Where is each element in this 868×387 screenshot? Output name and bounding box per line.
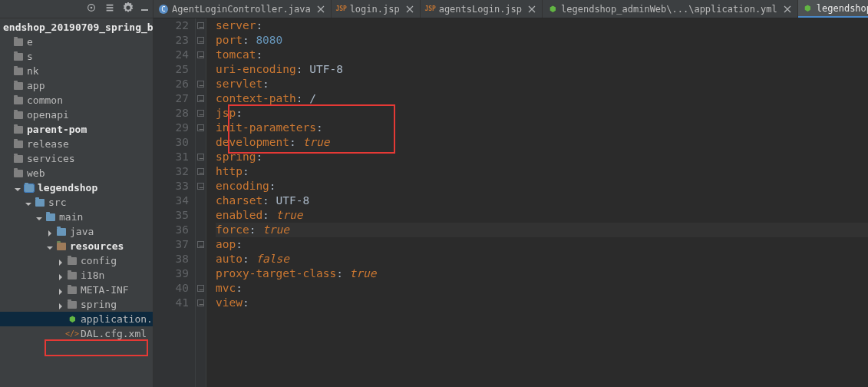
chevron-right-icon[interactable] [57, 301, 64, 309]
fold-marker[interactable] [197, 241, 204, 248]
folder-icon [13, 66, 24, 77]
tree-root[interactable]: endshop_20190709_spring_boot [0, 20, 153, 35]
code-line[interactable]: spring: [216, 150, 868, 164]
chevron-right-icon[interactable] [46, 228, 54, 236]
fold-marker[interactable] [197, 183, 204, 190]
tree-item-label: main [59, 211, 83, 223]
tree-item-parent-pom[interactable]: parent-pom [0, 122, 153, 137]
tree-item-label: web [27, 167, 45, 179]
code-line[interactable]: encoding: [216, 179, 868, 194]
code-line[interactable]: init-parameters: [216, 121, 868, 135]
fold-marker[interactable] [197, 124, 204, 131]
tree-item-e[interactable]: e [0, 35, 153, 49]
chevron-right-icon[interactable] [57, 272, 64, 280]
fold-marker[interactable] [197, 51, 204, 58]
tree-item-common[interactable]: common [0, 93, 153, 108]
tree-item-label: application.yml [81, 313, 153, 325]
tree-item-config[interactable]: config [0, 253, 153, 268]
tree-item-release[interactable]: release [0, 137, 153, 151]
code-line[interactable]: jsp: [216, 106, 868, 121]
code-line[interactable]: http: [216, 164, 868, 179]
line-number: 40 [153, 281, 189, 296]
project-sidebar: — endshop_20190709_spring_bootesnkappcom… [0, 0, 153, 387]
fold-column[interactable] [196, 18, 206, 387]
tree-item-web[interactable]: web [0, 166, 153, 180]
fold-marker[interactable] [197, 95, 204, 102]
folder-icon [13, 51, 24, 62]
code-content[interactable]: server: port: 8080 tomcat: uri-encoding:… [206, 18, 868, 387]
tree-item-legendshop[interactable]: legendshop [0, 180, 153, 195]
close-icon[interactable] [317, 5, 325, 13]
tree-item-resources[interactable]: resources [0, 239, 153, 253]
tree-item-services[interactable]: services [0, 151, 153, 166]
code-line[interactable]: development: true [216, 135, 868, 150]
tab-login-jsp[interactable]: JSPlogin.jsp [332, 0, 421, 18]
code-line[interactable]: uri-encoding: UTF-8 [216, 62, 868, 77]
fold-marker[interactable] [197, 37, 204, 44]
code-line[interactable]: proxy-target-class: true [216, 266, 868, 281]
code-line[interactable]: port: 8080 [216, 33, 868, 48]
code-line[interactable]: view: [216, 296, 868, 310]
tree-item-label: nk [27, 65, 39, 77]
code-line[interactable]: servlet: [216, 77, 868, 91]
line-number: 23 [153, 33, 189, 48]
tree-item-s[interactable]: s [0, 49, 153, 64]
hide-icon[interactable]: — [141, 2, 148, 16]
tree-item-dal-cfg-xml[interactable]: </>DAL.cfg.xml [0, 326, 153, 341]
collapse-icon[interactable] [104, 2, 115, 15]
code-line[interactable]: tomcat: [216, 48, 868, 62]
fold-marker[interactable] [197, 299, 204, 306]
tree-item-application-yml[interactable]: ⬢application.yml [0, 312, 153, 326]
chevron-right-icon[interactable] [57, 286, 64, 294]
line-number: 22 [153, 18, 189, 33]
tree-item-label: resources [70, 240, 124, 252]
close-icon[interactable] [406, 5, 414, 13]
tree-item-java[interactable]: java [0, 224, 153, 239]
tree-item-app[interactable]: app [0, 78, 153, 93]
code-line[interactable]: auto: false [216, 252, 868, 266]
code-line[interactable]: server: [216, 18, 868, 33]
fold-marker[interactable] [197, 168, 204, 175]
locate-icon[interactable] [86, 2, 97, 15]
code-line[interactable]: force: true [216, 223, 868, 237]
chevron-down-icon[interactable] [25, 199, 32, 207]
fold-marker[interactable] [197, 110, 204, 117]
tree-item-meta-inf[interactable]: META-INF [0, 283, 153, 297]
chevron-down-icon[interactable] [35, 213, 43, 221]
chevron-right-icon[interactable] [57, 257, 64, 265]
fold-marker[interactable] [197, 81, 204, 88]
tree-item-label: i18n [81, 270, 104, 281]
tab-agentslogin-jsp[interactable]: JSPagentsLogin.jsp [421, 0, 543, 18]
editor-tabs[interactable]: CAgentLoginController.javaJSPlogin.jspJS… [153, 0, 868, 18]
svg-point-1 [91, 7, 93, 9]
chevron-down-icon[interactable] [46, 243, 54, 250]
fold-marker[interactable] [197, 22, 204, 29]
line-number: 28 [153, 106, 189, 121]
tab-legendshop-application-y[interactable]: ⬢legendshop\...\application.y [798, 0, 868, 18]
close-icon[interactable] [528, 5, 536, 13]
chevron-down-icon[interactable] [14, 184, 21, 192]
gear-icon[interactable] [123, 2, 134, 15]
tree-item-main[interactable]: main [0, 210, 153, 224]
ide-root: — endshop_20190709_spring_bootesnkappcom… [0, 0, 868, 387]
close-icon[interactable] [784, 5, 791, 13]
fold-marker[interactable] [197, 154, 204, 160]
tree-item-label: services [27, 153, 75, 164]
folder-icon [67, 270, 78, 281]
project-tree[interactable]: endshop_20190709_spring_bootesnkappcommo… [0, 18, 153, 342]
code-line[interactable]: mvc: [216, 281, 868, 296]
tab-legendshop-adminweb-application-yml[interactable]: ⬢legendshop_adminWeb\...\application.yml [543, 0, 798, 18]
code-line[interactable]: context-path: / [216, 91, 868, 106]
tab-agentlogincontroller-java[interactable]: CAgentLoginController.java [153, 0, 332, 18]
code-line[interactable]: charset: UTF-8 [216, 194, 868, 208]
fold-marker[interactable] [197, 285, 204, 292]
tree-item-openapi[interactable]: openapi [0, 108, 153, 122]
tree-item-i18n[interactable]: i18n [0, 268, 153, 283]
code-line[interactable]: enabled: true [216, 208, 868, 223]
tree-item-src[interactable]: src [0, 195, 153, 210]
tree-item-nk[interactable]: nk [0, 64, 153, 78]
tree-item-spring[interactable]: spring [0, 297, 153, 312]
code-line[interactable]: aop: [216, 237, 868, 252]
folder-icon [13, 110, 24, 121]
code-editor[interactable]: 2223242526272829303132333435363738394041… [153, 18, 868, 387]
